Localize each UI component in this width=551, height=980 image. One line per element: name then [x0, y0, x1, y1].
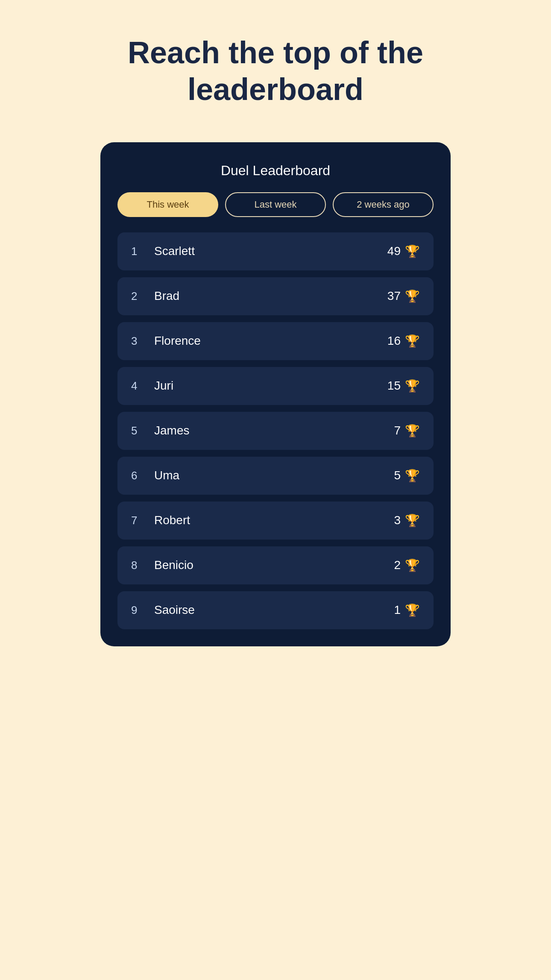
score-area: 49 🏆 [387, 244, 420, 258]
score-area: 37 🏆 [387, 289, 420, 303]
leaderboard-list: 1 Scarlett 49 🏆 2 Brad 37 🏆 3 Florence [117, 232, 434, 629]
score-area: 5 🏆 [394, 469, 420, 483]
leaderboard-row: 2 Brad 37 🏆 [117, 277, 434, 315]
player-score: 7 [394, 424, 401, 437]
rank-number: 2 [131, 290, 144, 303]
leaderboard-card: Duel Leaderboard This week Last week 2 w… [100, 142, 451, 646]
leaderboard-row: 6 Uma 5 🏆 [117, 457, 434, 495]
tab-two-weeks-ago[interactable]: 2 weeks ago [333, 192, 434, 217]
trophy-icon: 🏆 [405, 379, 420, 393]
leaderboard-row: 7 Robert 3 🏆 [117, 502, 434, 540]
trophy-icon: 🏆 [405, 603, 420, 617]
player-score: 16 [387, 334, 401, 348]
tab-this-week[interactable]: This week [117, 192, 218, 217]
player-score: 15 [387, 379, 401, 393]
trophy-icon: 🏆 [405, 244, 420, 258]
row-left: 4 Juri [131, 379, 173, 393]
player-name: Robert [154, 513, 190, 527]
score-area: 2 🏆 [394, 558, 420, 572]
score-area: 15 🏆 [387, 379, 420, 393]
rank-number: 6 [131, 469, 144, 482]
page-title: Reach the top of the leaderboard [128, 34, 423, 108]
rank-number: 7 [131, 514, 144, 527]
rank-number: 1 [131, 245, 144, 258]
rank-number: 9 [131, 604, 144, 617]
trophy-icon: 🏆 [405, 558, 420, 572]
row-left: 9 Saoirse [131, 603, 195, 617]
player-name: Brad [154, 289, 179, 303]
leaderboard-row: 5 James 7 🏆 [117, 412, 434, 450]
row-left: 7 Robert [131, 513, 190, 527]
row-left: 8 Benicio [131, 558, 193, 572]
tab-last-week[interactable]: Last week [225, 192, 326, 217]
trophy-icon: 🏆 [405, 424, 420, 438]
leaderboard-row: 8 Benicio 2 🏆 [117, 546, 434, 584]
score-area: 16 🏆 [387, 334, 420, 348]
player-name: Florence [154, 334, 201, 348]
row-left: 3 Florence [131, 334, 201, 348]
player-score: 2 [394, 558, 401, 572]
player-name: Uma [154, 469, 179, 482]
score-area: 7 🏆 [394, 424, 420, 438]
player-score: 37 [387, 289, 401, 303]
player-name: Benicio [154, 558, 193, 572]
card-title: Duel Leaderboard [117, 163, 434, 179]
trophy-icon: 🏆 [405, 289, 420, 303]
trophy-icon: 🏆 [405, 334, 420, 348]
rank-number: 8 [131, 559, 144, 572]
row-left: 2 Brad [131, 289, 179, 303]
row-left: 5 James [131, 424, 189, 437]
player-name: Saoirse [154, 603, 195, 617]
player-name: Scarlett [154, 244, 195, 258]
trophy-icon: 🏆 [405, 513, 420, 528]
row-left: 1 Scarlett [131, 244, 195, 258]
player-score: 3 [394, 513, 401, 527]
tab-bar: This week Last week 2 weeks ago [117, 192, 434, 217]
leaderboard-row: 9 Saoirse 1 🏆 [117, 591, 434, 629]
rank-number: 3 [131, 334, 144, 348]
player-score: 5 [394, 469, 401, 482]
player-name: James [154, 424, 189, 437]
leaderboard-row: 4 Juri 15 🏆 [117, 367, 434, 405]
rank-number: 5 [131, 424, 144, 437]
rank-number: 4 [131, 379, 144, 393]
player-score: 49 [387, 244, 401, 258]
score-area: 1 🏆 [394, 603, 420, 617]
score-area: 3 🏆 [394, 513, 420, 528]
player-score: 1 [394, 603, 401, 617]
leaderboard-row: 1 Scarlett 49 🏆 [117, 232, 434, 270]
trophy-icon: 🏆 [405, 469, 420, 483]
leaderboard-row: 3 Florence 16 🏆 [117, 322, 434, 360]
row-left: 6 Uma [131, 469, 179, 482]
player-name: Juri [154, 379, 173, 393]
